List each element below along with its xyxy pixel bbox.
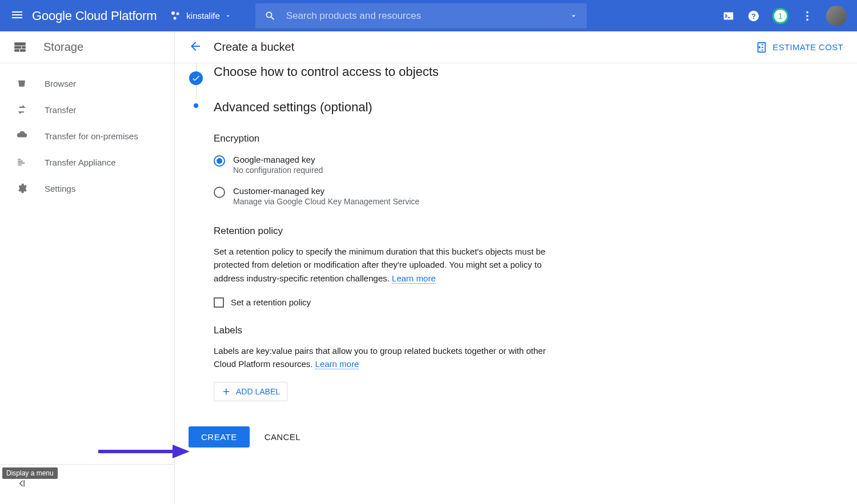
chevron-down-icon [225, 13, 231, 19]
radio-sublabel: No configuration required [233, 166, 323, 175]
cloud-upload-icon [16, 130, 27, 142]
stepper: Choose how to control access to objects … [189, 63, 843, 123]
sidebar-item-transfer[interactable]: Transfer [0, 96, 174, 123]
gear-icon [16, 183, 27, 194]
create-button[interactable]: CREATE [189, 426, 250, 447]
collapse-sidebar-button[interactable] [16, 478, 27, 491]
labels-heading: Labels [214, 325, 551, 336]
sidebar-item-label: Settings [45, 184, 75, 193]
form-actions: CREATE CANCEL [189, 426, 843, 447]
notifications-badge[interactable]: 1 [772, 8, 788, 24]
step-access: Choose how to control access to objects [189, 63, 843, 99]
svg-marker-17 [173, 445, 190, 458]
top-bar: Google Cloud Platform kinstalife ? 1 [0, 0, 857, 31]
radio-label: Google-managed key [233, 155, 323, 164]
sidebar-item-transfer-appliance[interactable]: Transfer Appliance [0, 149, 174, 175]
sidebar: Storage Browser Transfer Transfer for on… [0, 31, 175, 504]
svg-point-15 [759, 47, 760, 48]
checkbox-label: Set a retention policy [231, 297, 311, 307]
svg-rect-13 [20, 49, 26, 51]
check-icon [189, 71, 203, 85]
estimate-cost-label: ESTIMATE COST [772, 42, 843, 52]
labels-section: Labels Labels are key:value pairs that a… [214, 325, 551, 402]
retention-section: Retention policy Set a retention policy … [214, 225, 551, 308]
search-input[interactable] [286, 10, 559, 22]
sidebar-item-transfer-onprem[interactable]: Transfer for on-premises [0, 123, 174, 149]
project-name: kinstalife [186, 11, 219, 21]
more-vert-icon[interactable] [801, 10, 814, 22]
calculator-icon [755, 41, 768, 54]
project-icon [170, 10, 182, 22]
page-header: Create a bucket ESTIMATE COST [175, 31, 857, 63]
help-icon[interactable]: ? [747, 10, 760, 22]
project-selector[interactable]: kinstalife [170, 10, 231, 22]
arrow-left-icon [189, 39, 202, 53]
sidebar-item-browser[interactable]: Browser [0, 70, 174, 96]
labels-learn-more-link[interactable]: Learn more [315, 359, 359, 369]
sidebar-item-label: Transfer Appliance [45, 158, 116, 167]
page-title: Create a bucket [214, 41, 294, 54]
topbar-actions: ? 1 [722, 6, 847, 26]
bucket-icon [16, 78, 27, 89]
radio-sublabel: Manage via Google Cloud Key Management S… [233, 197, 419, 206]
sidebar-tooltip: Display a menu [2, 467, 58, 479]
hamburger-menu-icon[interactable] [10, 8, 24, 23]
svg-rect-9 [14, 42, 26, 45]
gcp-logo[interactable]: Google Cloud Platform [32, 9, 157, 23]
svg-point-0 [171, 11, 175, 15]
step-advanced: Advanced settings (optional) [189, 99, 843, 123]
radio-input[interactable] [214, 155, 225, 167]
sidebar-items: Browser Transfer Transfer for on-premise… [0, 63, 174, 208]
sidebar-item-settings[interactable]: Settings [0, 175, 174, 201]
sidebar-header: Storage [0, 31, 174, 63]
workspace: Storage Browser Transfer Transfer for on… [0, 31, 857, 504]
chevron-down-icon[interactable] [570, 12, 578, 20]
plus-icon [221, 386, 231, 397]
step-access-title[interactable]: Choose how to control access to objects [214, 63, 439, 99]
checkbox-input[interactable] [214, 297, 224, 308]
retention-learn-more-link[interactable]: Learn more [392, 273, 436, 284]
radio-label: Customer-managed key [233, 186, 419, 196]
cloud-shell-icon[interactable] [722, 10, 735, 22]
sidebar-item-label: Browser [45, 79, 76, 88]
svg-rect-11 [22, 46, 26, 48]
annotation-arrow [98, 440, 190, 463]
svg-point-8 [806, 18, 808, 21]
svg-rect-12 [14, 49, 19, 51]
encryption-heading: Encryption [214, 133, 551, 144]
radio-input[interactable] [214, 187, 225, 198]
svg-point-7 [806, 15, 808, 17]
add-label-button[interactable]: ADD LABEL [214, 382, 287, 401]
storage-icon [13, 40, 27, 55]
transfer-icon [16, 104, 27, 115]
svg-point-1 [177, 12, 179, 15]
sidebar-item-label: Transfer for on-premises [45, 131, 138, 141]
retention-checkbox-row[interactable]: Set a retention policy [214, 297, 551, 308]
radio-google-key[interactable]: Google-managed key No configuration requ… [214, 152, 551, 177]
cancel-button[interactable]: CANCEL [265, 432, 301, 442]
add-label-text: ADD LABEL [236, 387, 280, 396]
main-content: Create a bucket ESTIMATE COST [175, 31, 857, 504]
sidebar-title: Storage [43, 41, 83, 54]
sidebar-item-label: Transfer [45, 105, 76, 115]
step-advanced-title: Advanced settings (optional) [214, 99, 373, 123]
encryption-section: Encryption Google-managed key No configu… [214, 133, 551, 208]
labels-desc: Labels are key:value pairs that allow yo… [214, 344, 551, 371]
chevron-left-collapse-icon [16, 478, 27, 489]
estimate-cost-button[interactable]: ESTIMATE COST [755, 41, 843, 54]
appliance-icon [16, 156, 27, 168]
active-step-dot [194, 103, 198, 108]
svg-point-2 [174, 17, 177, 19]
user-avatar[interactable] [826, 6, 847, 26]
sidebar-footer: Display a menu [0, 464, 174, 504]
back-button[interactable] [189, 39, 202, 55]
svg-rect-10 [14, 46, 21, 48]
svg-point-6 [806, 11, 808, 13]
svg-rect-3 [724, 12, 734, 19]
radio-customer-key[interactable]: Customer-managed key Manage via Google C… [214, 184, 551, 208]
retention-heading: Retention policy [214, 225, 551, 237]
svg-text:?: ? [751, 11, 756, 20]
search-icon [265, 10, 276, 22]
search-bar[interactable] [255, 3, 587, 29]
form-area: Choose how to control access to objects … [175, 63, 857, 504]
